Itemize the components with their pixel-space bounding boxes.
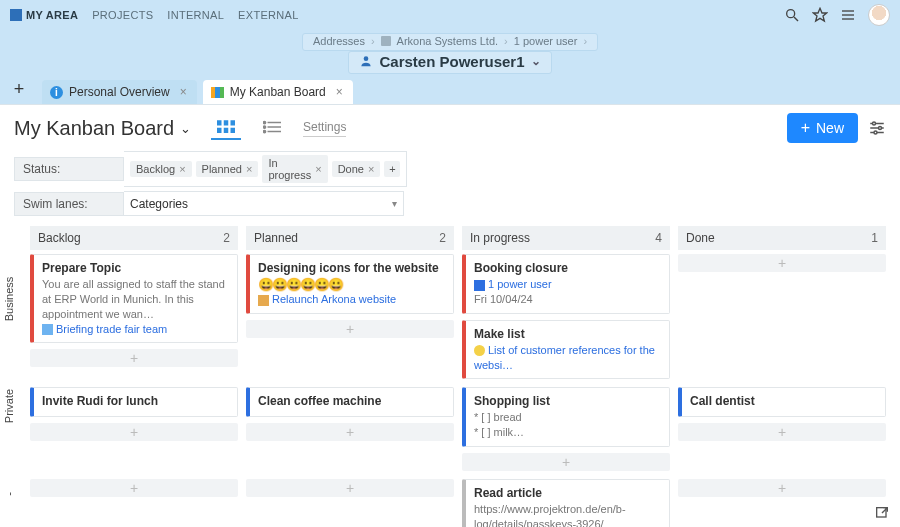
card-call-dentist[interactable]: Call dentist <box>678 387 886 417</box>
list-view-button[interactable] <box>257 116 287 140</box>
card-read-article[interactable]: Read article https://www.projektron.de/e… <box>462 479 670 527</box>
tab-kanban-board[interactable]: My Kanban Board × <box>203 80 353 104</box>
close-icon[interactable]: × <box>336 85 343 99</box>
user-badge-icon <box>474 280 485 291</box>
filter-tag-planned[interactable]: Planned× <box>196 161 259 177</box>
column-header-planned[interactable]: Planned2 <box>246 226 454 250</box>
close-icon[interactable]: × <box>246 163 252 175</box>
breadcrumb-item[interactable]: Arkona Systems Ltd. <box>397 35 499 47</box>
app-icon <box>10 9 22 21</box>
add-card-button[interactable]: + <box>30 423 238 441</box>
svg-point-16 <box>263 121 265 123</box>
lane-label-uncat: - <box>3 492 15 496</box>
breadcrumb-item[interactable]: Addresses <box>313 35 365 47</box>
column-header-backlog[interactable]: Backlog2 <box>30 226 238 250</box>
filter-swimlanes-label: Swim lanes: <box>14 192 124 216</box>
bulb-icon <box>474 345 485 356</box>
nav-internal[interactable]: INTERNAL <box>167 9 224 21</box>
card-booking-closure[interactable]: Booking closure 1 power user Fri 10/04/2… <box>462 254 670 314</box>
svg-marker-2 <box>813 8 826 21</box>
new-button[interactable]: + New <box>787 113 858 143</box>
col-inprogress: Booking closure 1 power user Fri 10/04/2… <box>462 254 670 379</box>
nav-projects[interactable]: PROJECTS <box>92 9 153 21</box>
coins-icon: 😀😀😀😀😀😀 <box>258 277 445 292</box>
card-link[interactable]: List of customer references for the webs… <box>474 344 655 371</box>
plus-icon: + <box>801 121 810 135</box>
col-backlog: Prepare Topic You are all assigned to st… <box>30 254 238 379</box>
add-filter-tag-button[interactable]: + <box>384 161 400 177</box>
page-title[interactable]: My Kanban Board ⌄ <box>14 117 191 140</box>
card-prepare-topic[interactable]: Prepare Topic You are all assigned to st… <box>30 254 238 343</box>
svg-rect-9 <box>231 120 236 125</box>
svg-rect-7 <box>217 120 222 125</box>
export-icon[interactable] <box>874 505 890 521</box>
col-planned: Designing icons for the website 😀😀😀😀😀😀 R… <box>246 254 454 379</box>
chevron-down-icon: ▾ <box>392 198 397 209</box>
svg-point-6 <box>364 56 369 61</box>
menu-icon[interactable] <box>840 7 856 23</box>
page-entity-title[interactable]: Carsten Poweruser1 ⌄ <box>359 53 540 70</box>
close-icon[interactable]: × <box>368 163 374 175</box>
add-card-button[interactable]: + <box>678 479 886 497</box>
avatar[interactable] <box>868 4 890 26</box>
svg-point-18 <box>263 130 265 132</box>
card-make-list[interactable]: Make list List of customer references fo… <box>462 320 670 380</box>
card-shopping-list[interactable]: Shopping list * [ ] bread * [ ] milk… <box>462 387 670 447</box>
add-card-button[interactable]: + <box>678 254 886 272</box>
col-planned: Clean coffee machine + <box>246 387 454 471</box>
card-link[interactable]: Briefing trade fair team <box>56 323 167 335</box>
column-headers: Backlog2 Planned2 In progress4 Done1 <box>18 226 890 254</box>
filter-status-body[interactable]: Backlog× Planned× In progress× Done× + <box>124 151 407 187</box>
nav-my-area[interactable]: MY AREA <box>10 9 78 21</box>
settings-link[interactable]: Settings <box>303 120 346 137</box>
svg-rect-25 <box>877 508 886 517</box>
filter-bar: Status: Backlog× Planned× In progress× D… <box>0 149 900 226</box>
search-icon[interactable] <box>784 7 800 23</box>
col-done: + <box>678 479 886 527</box>
lane-label-private: Private <box>3 389 15 423</box>
swimlane-private: Invite Rudi for lunch + Clean coffee mac… <box>18 387 890 479</box>
add-card-button[interactable]: + <box>462 453 670 471</box>
star-icon[interactable] <box>812 7 828 23</box>
filter-swimlanes-select[interactable]: Categories ▾ <box>124 191 404 216</box>
col-backlog: Invite Rudi for lunch + <box>30 387 238 471</box>
filter-tag-inprogress[interactable]: In progress× <box>262 155 327 183</box>
close-icon[interactable]: × <box>179 163 185 175</box>
filter-tag-backlog[interactable]: Backlog× <box>130 161 192 177</box>
board-view-button[interactable] <box>211 116 241 140</box>
card-invite-rudi[interactable]: Invite Rudi for lunch <box>30 387 238 417</box>
board-icon <box>211 87 224 98</box>
top-bar: MY AREA PROJECTS INTERNAL EXTERNAL <box>0 0 900 30</box>
card-title: Prepare Topic <box>42 261 229 275</box>
add-card-button[interactable]: + <box>246 479 454 497</box>
add-tab-button[interactable]: + <box>8 78 30 100</box>
select-value: Categories <box>130 197 188 211</box>
close-icon[interactable]: × <box>180 85 187 99</box>
breadcrumb-item[interactable]: 1 power user <box>514 35 578 47</box>
nav-external[interactable]: EXTERNAL <box>238 9 298 21</box>
add-card-button[interactable]: + <box>678 423 886 441</box>
breadcrumb: Addresses › Arkona Systems Ltd. › 1 powe… <box>313 35 587 47</box>
add-card-button[interactable]: + <box>30 479 238 497</box>
task-icon <box>42 324 53 335</box>
board-columns: Backlog2 Planned2 In progress4 Done1 Pre… <box>18 226 900 527</box>
nav-label: MY AREA <box>26 9 78 21</box>
folder-icon <box>258 295 269 306</box>
card-designing-icons[interactable]: Designing icons for the website 😀😀😀😀😀😀 R… <box>246 254 454 314</box>
tab-personal-overview[interactable]: i Personal Overview × <box>42 80 197 104</box>
col-done: Call dentist + <box>678 387 886 471</box>
card-link[interactable]: 1 power user <box>488 278 552 290</box>
filter-tag-done[interactable]: Done× <box>332 161 381 177</box>
add-card-button[interactable]: + <box>30 349 238 367</box>
card-clean-coffee[interactable]: Clean coffee machine <box>246 387 454 417</box>
chevron-right-icon: › <box>504 35 508 47</box>
column-header-inprogress[interactable]: In progress4 <box>462 226 670 250</box>
add-card-button[interactable]: + <box>246 320 454 338</box>
add-card-button[interactable]: + <box>246 423 454 441</box>
column-header-done[interactable]: Done1 <box>678 226 886 250</box>
card-title: Designing icons for the website <box>258 261 445 275</box>
close-icon[interactable]: × <box>315 163 321 175</box>
filter-settings-icon[interactable] <box>868 119 886 137</box>
col-inprogress: Shopping list * [ ] bread * [ ] milk… + <box>462 387 670 471</box>
card-link[interactable]: Relaunch Arkona website <box>272 293 396 305</box>
